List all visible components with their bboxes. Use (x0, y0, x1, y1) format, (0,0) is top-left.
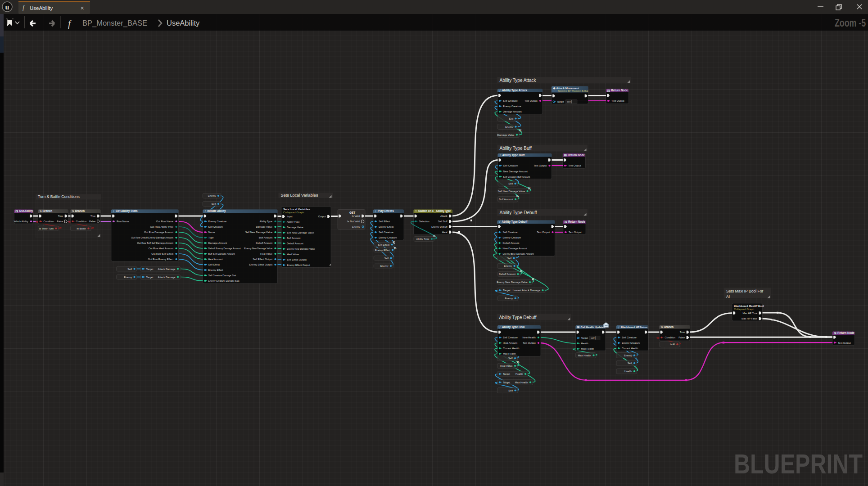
svg-text:Self: Self (508, 357, 513, 360)
svg-text:Enemy Effect: Enemy Effect (379, 225, 394, 228)
svg-text:Self Creature: Self Creature (379, 231, 393, 234)
svg-text:Is Valid: Is Valid (352, 215, 360, 217)
svg-text:self: self (567, 100, 571, 103)
svg-text:Max HP False: Max HP False (741, 317, 757, 320)
svg-text:Call Health Updated: Call Health Updated (581, 326, 606, 328)
svg-text:Enemy Effect Output: Enemy Effect Output (249, 263, 272, 266)
svg-text:Is Not Valid: Is Not Valid (347, 220, 360, 223)
svg-text:Damage Amount: Damage Amount (208, 242, 227, 244)
svg-text:UseAbility: UseAbility (19, 209, 33, 213)
svg-text:Self Buff: Self Buff (438, 220, 447, 223)
svg-text:Enemy: Enemy (380, 265, 389, 267)
svg-text:Sets Local Variables: Sets Local Variables (281, 193, 318, 198)
svg-text:Return Node: Return Node (611, 89, 628, 92)
svg-text:Text Output: Text Output (569, 231, 582, 234)
svg-text:Self Effect: Self Effect (379, 220, 390, 223)
svg-text:Buff Amount: Buff Amount (287, 237, 301, 239)
svg-text:UseAbility: UseAbility (30, 5, 53, 11)
svg-text:Damage Value: Damage Value (287, 226, 303, 229)
svg-text:Row Name: Row Name (117, 220, 129, 223)
svg-text:Self New Damage Value: Self New Damage Value (245, 231, 272, 234)
svg-text:Output: Output (318, 215, 326, 218)
svg-text:Enemy: Enemy (505, 126, 513, 128)
svg-text:Target: Target (146, 276, 154, 279)
svg-text:Self Creature: Self Creature (208, 225, 223, 228)
svg-text:Out Row Name: Out Row Name (156, 220, 173, 223)
svg-text:Self: Self (384, 257, 389, 260)
svg-text:Self: Self (507, 257, 511, 260)
svg-text:Initiate Ability: Initiate Ability (208, 209, 226, 213)
svg-text:Text Output: Text Output (611, 99, 624, 102)
svg-text:Self Effect: Self Effect (378, 243, 389, 246)
svg-text:Ability Type Buff: Ability Type Buff (500, 146, 532, 151)
svg-text:⇅: ⇅ (40, 209, 42, 212)
svg-text:Ability Type Debuff: Ability Type Debuff (499, 315, 537, 320)
svg-text:Zoom -5: Zoom -5 (835, 17, 866, 29)
svg-text:Self Creature: Self Creature (503, 164, 518, 167)
svg-text:Attack Damage: Attack Damage (158, 268, 176, 270)
svg-text:Heal Amount: Heal Amount (503, 342, 517, 344)
svg-text:Max Health: Max Health (503, 352, 515, 355)
svg-text:False: False (678, 336, 685, 339)
svg-text:Text Output: Text Output (533, 164, 547, 167)
svg-text:Out Row Enemy Effect: Out Row Enemy Effect (148, 258, 174, 261)
svg-text:Ability Type Attack: Ability Type Attack (500, 78, 537, 83)
svg-text:Target: Target (503, 373, 510, 375)
svg-text:Health: Health (581, 342, 588, 345)
svg-text:False: False (57, 220, 63, 223)
svg-text:Debuff Enemy Damage Amount: Debuff Enemy Damage Amount (208, 247, 241, 250)
svg-text:Out Row Debuff Enemy Damage Am: Out Row Debuff Enemy Damage Amount (131, 236, 173, 239)
svg-text:Ability Type Debuff: Ability Type Debuff (502, 220, 528, 224)
svg-text:Ability Type: Ability Type (259, 220, 272, 223)
svg-text:Ability Type Debuff: Ability Type Debuff (500, 210, 537, 215)
svg-text:Health: Health (515, 373, 523, 375)
svg-text:✕: ✕ (80, 5, 84, 11)
svg-text:Ability Type: Ability Type (416, 238, 429, 240)
svg-text:Enemy: Enemy (504, 265, 512, 267)
svg-text:Buff Amount: Buff Amount (499, 198, 513, 201)
svg-text:Text Output: Text Output (523, 342, 536, 344)
svg-text:Debuff Amount: Debuff Amount (499, 273, 515, 275)
svg-text:⇅: ⇅ (72, 209, 75, 212)
svg-text:Attack: Attack (440, 215, 448, 217)
svg-text:Collapsed Graph: Collapsed Graph (283, 211, 304, 214)
svg-text:New Damage Amount: New Damage Amount (503, 247, 528, 250)
svg-text:Damage Value: Damage Value (256, 225, 272, 228)
svg-text:Turn & Battle Conditions: Turn & Battle Conditions (38, 194, 80, 199)
svg-text:u: u (5, 3, 9, 11)
svg-text:Blackboard HPStatus: Blackboard HPStatus (621, 326, 647, 328)
svg-text:Which Ability: Which Ability (14, 220, 28, 223)
svg-text:Ability Type: Ability Type (287, 220, 300, 223)
svg-text:Play Effects: Play Effects (378, 209, 394, 213)
svg-text:Self Creature: Self Creature (503, 99, 518, 102)
svg-text:Condition: Condition (44, 220, 54, 223)
svg-text:Enemy New Damage Value: Enemy New Damage Value (244, 247, 272, 250)
svg-text:Damage Amount: Damage Amount (503, 110, 522, 113)
svg-text:Target is BP Monster BASE: Target is BP Monster BASE (558, 90, 589, 92)
svg-text:Collapsed Graph: Collapsed Graph (734, 308, 754, 310)
svg-text:Ability Type Heal: Ability Type Heal (502, 325, 525, 329)
svg-text:True: True (90, 215, 95, 217)
svg-text:Enemy Effect Output: Enemy Effect Output (287, 264, 310, 266)
svg-text:Self Effect Output: Self Effect Output (253, 258, 272, 261)
svg-text:Heal Value: Heal Value (500, 364, 513, 367)
svg-text:Enemy New Damage Value: Enemy New Damage Value (497, 281, 527, 284)
svg-text:Text Output: Text Output (537, 231, 550, 234)
svg-text:Input: Input (287, 215, 293, 218)
svg-text:Out Row Self Effect: Out Row Self Effect (151, 252, 173, 255)
svg-text:BLUEPRINT: BLUEPRINT (734, 449, 863, 479)
svg-text:Return Node: Return Node (568, 153, 585, 157)
svg-text:Text Output: Text Output (568, 164, 581, 167)
svg-text:Out Row Heal Amount: Out Row Heal Amount (149, 247, 174, 250)
svg-text:Ability Type Attack: Ability Type Attack (502, 89, 527, 92)
svg-text:Heal Value: Heal Value (287, 253, 299, 256)
svg-text:Target: Target (581, 337, 588, 339)
svg-text:Target: Target (503, 381, 510, 384)
svg-text:Target: Target (557, 100, 564, 103)
svg-text:Enemy: Enemy (124, 276, 132, 279)
svg-text:Out Row Damage Amount: Out Row Damage Amount (144, 231, 173, 234)
svg-text:Max Health: Max Health (578, 354, 591, 357)
svg-text:Enemy Effect: Enemy Effect (208, 269, 224, 271)
svg-text:Self New Damage Value: Self New Damage Value (497, 190, 525, 193)
svg-text:Branch: Branch (43, 209, 53, 212)
